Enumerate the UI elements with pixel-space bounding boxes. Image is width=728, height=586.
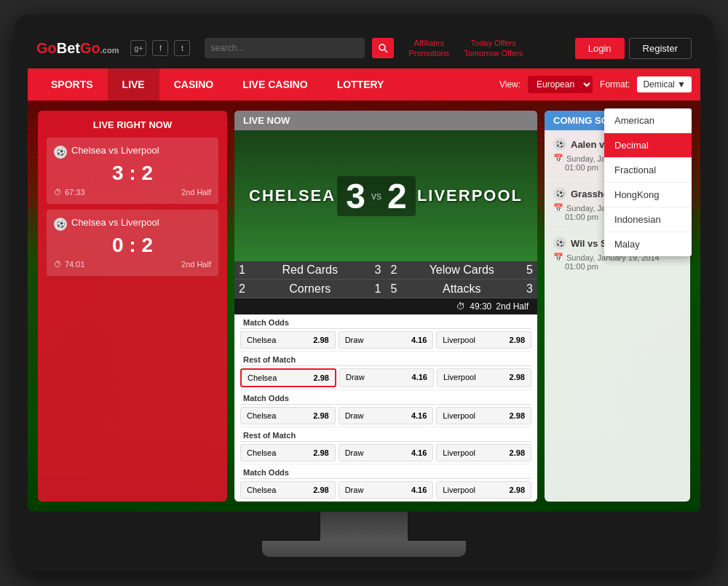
- stat-val-1: 3: [375, 264, 381, 277]
- half-label-1: 2nd Half: [181, 188, 211, 197]
- format-hongkong[interactable]: HongKong: [604, 183, 692, 207]
- odds-btn-0-1[interactable]: Draw4.16: [339, 331, 434, 349]
- search-button[interactable]: [372, 38, 394, 58]
- clock-icon-1: ⏱: [54, 188, 62, 197]
- odds-row-1: Chelsea2.98Draw4.16Liverpool2.98: [240, 366, 531, 390]
- odds-btn-2-1[interactable]: Draw4.16: [339, 407, 434, 424]
- format-select-button[interactable]: Demical ▼: [637, 76, 692, 92]
- twitter-icon[interactable]: t: [174, 40, 190, 56]
- stat-label-3: Corners: [289, 282, 331, 296]
- stat-val-3: 1: [375, 282, 381, 296]
- format-decimal[interactable]: Decimal: [604, 133, 692, 158]
- time-value-2: 74:01: [65, 260, 85, 269]
- monitor-screen: GoBetGo.com g+ f t AffiliatesPromotions: [28, 28, 700, 512]
- time-icon-1: 01:00 pm: [565, 213, 598, 221]
- stats-grid: 1 Red Cards 3 2 Yelow Cards 5: [234, 261, 537, 298]
- format-indonesian[interactable]: Indonesian: [604, 207, 692, 232]
- match-teams-2: Chelsea vs Liverpool: [71, 217, 159, 228]
- center-panel-title: LIVE NOW: [234, 111, 537, 130]
- stat-num-1: 1: [239, 264, 245, 277]
- stats-section: 1 Red Cards 3 2 Yelow Cards 5: [234, 261, 537, 314]
- stat-label-1: Red Cards: [282, 264, 338, 277]
- odds-btn-4-1[interactable]: Draw4.16: [339, 481, 434, 499]
- register-button[interactable]: Register: [629, 38, 692, 59]
- calendar-icon-0: 📅: [553, 154, 563, 163]
- format-selected-value: Demical: [643, 79, 674, 90]
- half-label-2: 2nd Half: [181, 260, 211, 269]
- match-card-2[interactable]: ⚽ Chelsea vs Liverpool 0 : 2 ⏱ 74:01 2nd…: [47, 210, 218, 276]
- stat-num-4: 5: [391, 282, 397, 296]
- odds-btn-0-2[interactable]: Liverpool2.98: [436, 331, 531, 349]
- header-links: AffiliatesPromotions Today OffersTomorro…: [408, 38, 523, 59]
- odds-section: Match OddsChelsea2.98Draw4.16Liverpool2.…: [234, 314, 537, 502]
- google-plus-icon[interactable]: g+: [130, 40, 146, 56]
- stat-attacks: 5 Attacks 3: [387, 280, 538, 298]
- stat-num-3: 2: [239, 282, 245, 296]
- format-dropdown: American Decimal Fractional HongKong Ind…: [604, 108, 692, 256]
- time-value-1: 67:33: [65, 188, 85, 197]
- offers-link[interactable]: Today OffersTomorrow Offers: [464, 38, 523, 59]
- monitor-frame: GoBetGo.com g+ f t AffiliatesPromotions: [15, 15, 713, 571]
- format-malay[interactable]: Malay: [604, 232, 692, 256]
- odds-btn-4-0[interactable]: Chelsea2.98: [240, 481, 336, 499]
- match-score-1: 3 : 2: [54, 162, 211, 185]
- monitor-stand: [28, 512, 700, 571]
- odds-btn-1-1[interactable]: Draw4.16: [339, 368, 434, 387]
- odds-btn-1-2[interactable]: Liverpool2.98: [437, 368, 531, 387]
- nav-sports[interactable]: SPORTS: [36, 68, 108, 100]
- odds-btn-0-0[interactable]: Chelsea2.98: [240, 331, 336, 349]
- odds-row-2: Chelsea2.98Draw4.16Liverpool2.98: [240, 405, 531, 427]
- teams-row: CHELSEA 3 vs 2 LIVERPOOL: [249, 176, 523, 216]
- stat-label-4: Attacks: [443, 282, 480, 296]
- app: GoBetGo.com g+ f t AffiliatesPromotions: [28, 28, 700, 512]
- match-card-1[interactable]: ⚽ Chelsea vs Liverpool 3 : 2 ⏱ 67:33 2nd…: [47, 138, 218, 204]
- stat-num-2: 2: [391, 264, 397, 277]
- away-team: LIVERPOOL: [417, 186, 523, 205]
- odds-btn-4-2[interactable]: Liverpool2.98: [436, 481, 531, 499]
- odds-btn-2-2[interactable]: Liverpool2.98: [436, 407, 531, 424]
- odds-btn-1-0[interactable]: Chelsea2.98: [240, 368, 336, 387]
- login-button[interactable]: Login: [575, 38, 625, 59]
- nav-live[interactable]: LIVE: [108, 68, 159, 100]
- search-icon: [378, 43, 388, 53]
- nav-live-casino[interactable]: LIVE CASINO: [228, 68, 322, 100]
- format-fractional[interactable]: Fractional: [604, 158, 692, 183]
- content-grid: LIVE RIGHT NOW ⚽ Chelsea vs Liverpool 3 …: [28, 100, 700, 512]
- match-info-1: ⏱ 67:33 2nd Half: [54, 188, 211, 197]
- live-now-panel: LIVE RIGHT NOW ⚽ Chelsea vs Liverpool 3 …: [38, 111, 227, 502]
- half-indicator: 2nd Half: [496, 301, 529, 312]
- stat-label-2: Yelow Cards: [430, 264, 494, 277]
- odds-btn-2-0[interactable]: Chelsea2.98: [240, 407, 336, 424]
- view-select[interactable]: European: [528, 76, 593, 93]
- odds-btn-3-2[interactable]: Liverpool2.98: [436, 444, 531, 462]
- search-input[interactable]: [205, 38, 365, 58]
- vs-label: vs: [371, 190, 381, 202]
- auth-buttons: Login Register: [575, 38, 692, 59]
- time-icon-2: 01:00 pm: [565, 262, 598, 271]
- stand-neck: [320, 512, 408, 541]
- calendar-icon-1: 📅: [553, 203, 563, 213]
- odds-row-4: Chelsea2.98Draw4.16Liverpool2.98: [240, 479, 531, 502]
- center-panel: LIVE NOW CHELSEA 3 vs: [234, 111, 537, 502]
- nav-casino[interactable]: CASINO: [159, 68, 228, 100]
- away-score: 2: [387, 176, 407, 216]
- format-american[interactable]: American: [604, 108, 692, 133]
- calendar-icon-2: 📅: [553, 253, 563, 262]
- match-time-1: ⏱ 67:33: [54, 188, 85, 197]
- svg-point-0: [379, 44, 385, 50]
- odds-btn-3-0[interactable]: Chelsea2.98: [240, 444, 336, 462]
- social-icons: g+ f t: [130, 40, 190, 56]
- nav-lottery[interactable]: LOTTERY: [323, 68, 399, 100]
- facebook-icon[interactable]: f: [152, 40, 168, 56]
- odds-row-3: Chelsea2.98Draw4.16Liverpool2.98: [240, 442, 531, 464]
- match-display: CHELSEA 3 vs 2 LIVERPOOL: [234, 130, 537, 261]
- odds-btn-3-1[interactable]: Draw4.16: [339, 444, 434, 462]
- stat-red-cards: 1 Red Cards 3: [234, 261, 386, 280]
- header: GoBetGo.com g+ f t AffiliatesPromotions: [28, 28, 700, 68]
- logo: GoBetGo.com: [36, 40, 119, 57]
- svg-line-1: [384, 50, 387, 52]
- odds-header-1: Rest of Match: [240, 352, 531, 366]
- affiliates-link[interactable]: AffiliatesPromotions: [408, 38, 449, 59]
- coming-clock-2: 01:00 pm: [553, 262, 681, 271]
- odds-header-2: Match Odds: [240, 390, 531, 405]
